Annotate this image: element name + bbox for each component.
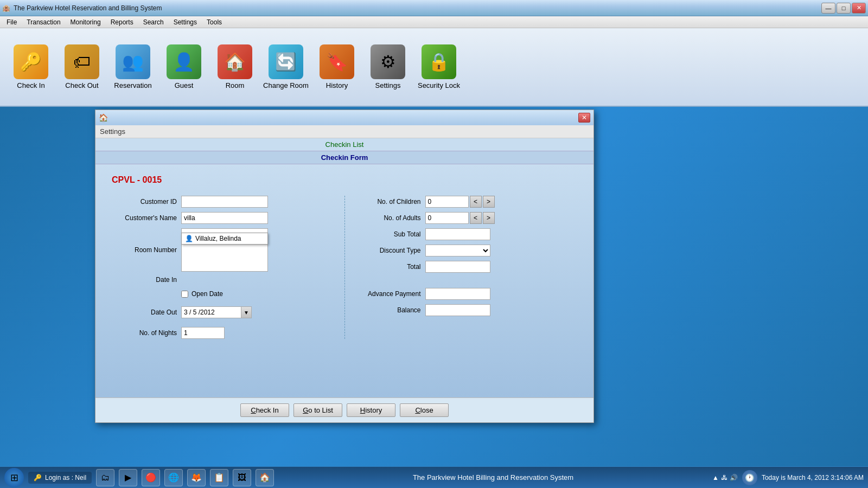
login-icon: 🔑 (34, 474, 42, 481)
total-row: Total (356, 261, 578, 273)
taskbar-app-3[interactable]: 🌐 (164, 469, 183, 486)
date-out-row: Date Out ▼ (112, 306, 334, 318)
no-nights-label: No. of Nights (112, 329, 177, 337)
toolbar-securitylock-label: Security Lock (418, 81, 460, 89)
toolbar-checkin-button[interactable]: 🔑Check In (7, 33, 55, 101)
no-children-label: No. of Children (356, 198, 421, 206)
toolbar-room-button[interactable]: 🏠Room (210, 33, 259, 101)
customer-name-input[interactable] (181, 212, 268, 224)
dialog-window: 🏠 ✕ Settings Checkin List Checkin Form C… (95, 110, 594, 423)
menu-item-transaction[interactable]: Transaction (22, 17, 65, 27)
history-icon: 🔖 (320, 44, 354, 79)
menu-item-tools[interactable]: Tools (202, 17, 226, 27)
toolbar: 🔑Check In🏷Check Out👥Reservation👤Guest🏠Ro… (0, 28, 868, 107)
app-close-button[interactable]: ✕ (852, 3, 866, 14)
date-out-input[interactable] (181, 306, 252, 318)
taskbar-app-6[interactable]: 🖼 (233, 469, 251, 486)
sys-tray: ▲ 🖧 🔊 (712, 474, 738, 481)
date-out-label: Date Out (112, 309, 177, 316)
open-date-label: Open Date (192, 290, 223, 298)
open-date-row: Open Date (181, 290, 334, 298)
reservation-icon: 👥 (116, 44, 150, 79)
title-bar-left: 🏨 The Parkview Hotel Reservation and Bil… (2, 4, 162, 12)
menu-item-settings[interactable]: Settings (169, 17, 201, 27)
form-layout: Customer ID Customer's Name 👤 Villaluz, … (112, 196, 577, 339)
total-input[interactable] (425, 261, 490, 273)
toolbar-settings-button[interactable]: ⚙Settings (363, 33, 412, 101)
form-area: CPVL - 0015 Customer ID Customer's Name (95, 164, 593, 397)
checkin-icon: 🔑 (14, 44, 48, 79)
no-adults-row: No. of Adults < > (356, 212, 578, 224)
room-icon: 🏠 (218, 44, 252, 79)
balance-label: Balance (356, 306, 421, 314)
taskbar-app-0[interactable]: 🗂 (96, 469, 114, 486)
toolbar-reservation-button[interactable]: 👥Reservation (108, 33, 157, 101)
toolbar-changeroom-button[interactable]: 🔄Change Room (261, 33, 310, 101)
start-button[interactable]: ⊞ (4, 468, 24, 487)
advance-payment-label: Advance Payment (356, 290, 421, 298)
toolbar-checkout-label: Check Out (65, 81, 98, 89)
discount-type-label: Discount Type (356, 247, 421, 254)
guest-icon: 👤 (167, 44, 201, 79)
menu-item-file[interactable]: File (2, 17, 21, 27)
maximize-button[interactable]: □ (837, 3, 851, 14)
sub-total-input[interactable] (425, 228, 490, 240)
taskbar-app-2[interactable]: 🔴 (142, 469, 160, 486)
balance-row: Balance (356, 304, 578, 316)
dialog-home-icon: 🏠 (99, 113, 108, 122)
no-children-input[interactable] (425, 196, 469, 208)
checkin-form-bar: Checkin Form (95, 151, 593, 164)
title-bar-title: The Parkview Hotel Reservation and Billi… (14, 4, 162, 12)
toolbar-settings-label: Settings (375, 81, 401, 89)
taskbar-app-4[interactable]: 🦊 (187, 469, 206, 486)
no-children-inc[interactable]: > (483, 196, 495, 208)
toolbar-checkout-button[interactable]: 🏷Check Out (58, 33, 106, 101)
person-icon: 👤 (185, 235, 193, 242)
no-adults-input[interactable] (425, 212, 469, 224)
dialog-gotolist-button[interactable]: Go to List (293, 403, 342, 417)
toolbar-checkin-label: Check In (17, 81, 44, 89)
toolbar-guest-button[interactable]: 👤Guest (159, 33, 208, 101)
taskbar: ⊞ 🔑 Login as : Neil 🗂▶🔴🌐🦊📋🖼🏠 The Parkvie… (0, 466, 868, 488)
advance-payment-row: Advance Payment (356, 288, 578, 300)
customer-name-row: Customer's Name (112, 212, 334, 224)
taskbar-app-5[interactable]: 📋 (210, 469, 228, 486)
no-nights-input[interactable] (181, 327, 225, 339)
minimize-button[interactable]: — (821, 3, 835, 14)
toolbar-history-button[interactable]: 🔖History (312, 33, 361, 101)
dialog-history-button[interactable]: History (347, 403, 395, 417)
discount-type-select[interactable] (425, 245, 490, 256)
checkin-list-bar[interactable]: Checkin List (95, 138, 593, 151)
toolbar-securitylock-button[interactable]: 🔒Security Lock (414, 33, 463, 101)
settings-icon: ⚙ (371, 44, 405, 79)
tray-network-icon: 🖧 (721, 474, 727, 481)
menu-item-search[interactable]: Search (139, 17, 168, 27)
dialog-close-button[interactable]: Close (400, 403, 449, 417)
dialog-checkin-button[interactable]: Check In (240, 403, 289, 417)
toolbar-changeroom-label: Change Room (263, 81, 309, 89)
dialog-close-button[interactable]: ✕ (578, 113, 590, 123)
no-adults-dec[interactable]: < (470, 212, 482, 224)
open-date-checkbox[interactable] (181, 291, 188, 298)
changeroom-icon: 🔄 (269, 44, 303, 79)
menu-item-monitoring[interactable]: Monitoring (66, 17, 105, 27)
customer-id-row: Customer ID (112, 196, 334, 208)
no-adults-spinner: < > (425, 212, 495, 224)
sub-total-label: Sub Total (356, 230, 421, 238)
sub-total-row: Sub Total (356, 228, 578, 240)
clock-icon: 🕐 (742, 470, 757, 485)
advance-payment-input[interactable] (425, 288, 490, 300)
no-children-dec[interactable]: < (470, 196, 482, 208)
customer-id-input[interactable] (181, 196, 268, 208)
app-icon: 🏨 (2, 4, 10, 12)
balance-input[interactable] (425, 304, 490, 316)
settings-panel: Settings (95, 125, 593, 138)
taskbar-app-7[interactable]: 🏠 (256, 469, 274, 486)
autocomplete-item[interactable]: 👤 Villaluz, Belinda (182, 233, 267, 244)
customer-name-label: Customer's Name (112, 214, 177, 222)
taskbar-app-1[interactable]: ▶ (119, 469, 137, 486)
menu-item-reports[interactable]: Reports (106, 17, 138, 27)
no-adults-inc[interactable]: > (483, 212, 495, 224)
tray-arrow[interactable]: ▲ (712, 474, 719, 481)
tray-volume-icon: 🔊 (730, 474, 738, 481)
